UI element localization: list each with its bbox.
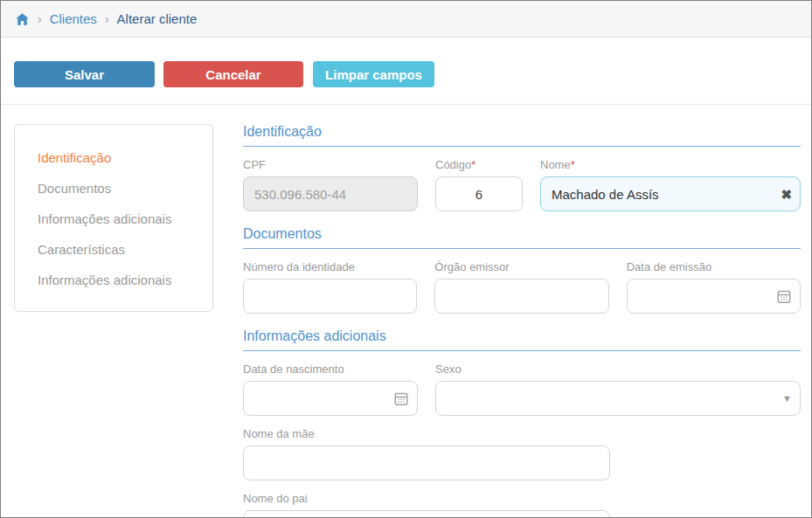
calendar-icon[interactable] bbox=[776, 288, 792, 304]
codigo-label: Código* bbox=[435, 158, 523, 171]
cpf-label: CPF bbox=[243, 158, 418, 171]
section-title-informacoes-adicionais: Informações adicionais bbox=[243, 328, 801, 351]
breadcrumb: › Clientes › Alterar cliente bbox=[1, 1, 811, 38]
sidebar-item-caracteristicas[interactable]: Características bbox=[15, 234, 212, 265]
save-button[interactable]: Salvar bbox=[14, 61, 155, 87]
nome-mae-label: Nome da mãe bbox=[243, 427, 610, 440]
form-main: Identificação CPF Código* Nome* bbox=[243, 124, 801, 518]
clear-fields-button[interactable]: Limpar campos bbox=[313, 61, 434, 87]
section-identificacao: Identificação CPF Código* Nome* bbox=[243, 124, 801, 211]
cancel-button[interactable]: Cancelar bbox=[163, 61, 303, 87]
sexo-select[interactable] bbox=[435, 381, 801, 416]
section-documentos: Documentos Número da identidade Órgão em… bbox=[243, 226, 801, 314]
nome-field[interactable] bbox=[540, 176, 801, 211]
content-area: Identificação Documentos Informações adi… bbox=[1, 105, 811, 518]
orgao-emissor-field[interactable] bbox=[434, 279, 608, 314]
sidebar-item-informacoes-adicionais-2[interactable]: Informações adicionais bbox=[15, 265, 212, 295]
required-asterisk: * bbox=[471, 158, 475, 171]
sidebar-item-informacoes-adicionais[interactable]: Informações adicionais bbox=[15, 204, 212, 234]
chevron-down-icon[interactable]: ▼ bbox=[782, 394, 792, 404]
numero-identidade-field[interactable] bbox=[243, 279, 417, 314]
required-asterisk: * bbox=[571, 158, 575, 171]
action-toolbar: Salvar Cancelar Limpar campos bbox=[1, 38, 811, 105]
data-nascimento-label: Data de nascimento bbox=[243, 363, 418, 376]
sidebar-item-identificacao[interactable]: Identificação bbox=[15, 142, 212, 173]
section-title-identificacao: Identificação bbox=[243, 124, 801, 147]
cpf-field bbox=[243, 176, 418, 211]
nome-label: Nome* bbox=[540, 158, 801, 171]
section-informacoes-adicionais: Informações adicionais Data de nasciment… bbox=[243, 328, 801, 518]
numero-identidade-label: Número da identidade bbox=[243, 260, 417, 273]
nome-pai-field[interactable] bbox=[243, 510, 610, 518]
section-title-documentos: Documentos bbox=[243, 226, 801, 249]
breadcrumb-separator: › bbox=[105, 12, 109, 26]
breadcrumb-current-page: Alterar cliente bbox=[117, 11, 198, 26]
breadcrumb-separator: › bbox=[38, 12, 42, 26]
sidebar-item-documentos[interactable]: Documentos bbox=[15, 173, 212, 204]
nome-pai-label: Nome do pai bbox=[243, 492, 610, 505]
clear-name-icon[interactable]: ✖ bbox=[781, 188, 792, 201]
data-emissao-field[interactable] bbox=[627, 279, 801, 314]
section-nav-sidebar: Identificação Documentos Informações adi… bbox=[14, 124, 213, 312]
data-emissao-label: Data de emissão bbox=[627, 260, 801, 273]
sexo-label: Sexo bbox=[435, 363, 801, 376]
home-icon[interactable] bbox=[15, 12, 30, 26]
breadcrumb-link-clientes[interactable]: Clientes bbox=[50, 11, 97, 26]
orgao-emissor-label: Órgão emissor bbox=[434, 260, 608, 273]
client-edit-page: › Clientes › Alterar cliente Salvar Canc… bbox=[0, 0, 812, 518]
nome-mae-field[interactable] bbox=[243, 445, 610, 480]
data-nascimento-field[interactable] bbox=[243, 381, 418, 416]
codigo-field[interactable] bbox=[435, 176, 523, 211]
calendar-icon[interactable] bbox=[393, 390, 409, 406]
